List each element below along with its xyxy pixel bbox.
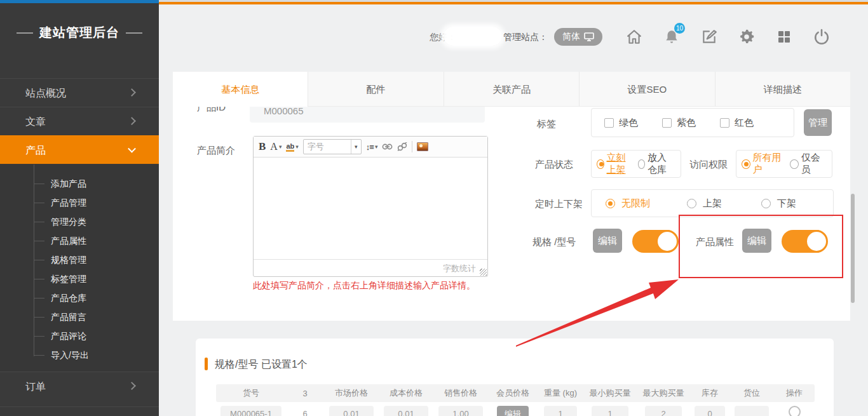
- radio-label-all-users: 所有用户: [753, 152, 787, 176]
- line-spacing-button[interactable]: ↕≡▾: [366, 142, 378, 152]
- radio-no-limit[interactable]: [606, 199, 615, 208]
- market-price-input[interactable]: 0.01: [329, 406, 374, 416]
- checkbox-green[interactable]: [604, 118, 614, 128]
- cost-price-input[interactable]: 0.01: [384, 406, 428, 416]
- submenu-label: 产品属性: [51, 236, 86, 246]
- settings-gear-icon[interactable]: [737, 27, 756, 46]
- member-price-edit-button[interactable]: 编辑: [497, 406, 529, 416]
- submenu-tag-manage[interactable]: 标签管理: [0, 269, 159, 288]
- submenu-label: 导入/导出: [51, 350, 89, 360]
- col-actions: 操作: [774, 387, 815, 399]
- sidebar-item-products[interactable]: 产品: [0, 135, 159, 164]
- submenu-label: 产品管理: [51, 198, 86, 208]
- checkbox-label-red: 红色: [735, 117, 754, 129]
- insert-image-button[interactable]: [417, 142, 428, 151]
- app-title-text: 建站管理后台: [39, 24, 119, 41]
- language-button[interactable]: 简体: [554, 28, 602, 46]
- radio-all-users[interactable]: [742, 159, 750, 169]
- tab-basic-info[interactable]: 基本信息: [173, 72, 308, 107]
- col-slot: 货位: [729, 387, 774, 399]
- bold-button[interactable]: B: [259, 140, 266, 153]
- edit-icon[interactable]: [700, 27, 719, 46]
- submenu-product-reviews[interactable]: 产品评论: [0, 326, 159, 346]
- insert-link-icon[interactable]: [382, 143, 393, 151]
- radio-label-members-only: 仅会员: [801, 152, 827, 176]
- checkbox-purple[interactable]: [662, 118, 672, 128]
- chevron-right-icon: [128, 117, 136, 125]
- caret-down-icon: ▾: [279, 144, 282, 150]
- checkbox-label-green: 绿色: [619, 117, 638, 129]
- radio-schedule-off[interactable]: [761, 199, 771, 208]
- tab-seo[interactable]: 设置SEO: [580, 72, 715, 107]
- submenu-spec-manage[interactable]: 规格管理: [0, 250, 159, 269]
- submenu-product-messages[interactable]: 产品留言: [0, 307, 159, 326]
- submenu-manage-category[interactable]: 管理分类: [0, 212, 159, 231]
- tab-detail-desc[interactable]: 详细描述: [715, 72, 850, 107]
- radio-to-warehouse[interactable]: [638, 159, 646, 169]
- stock-input[interactable]: 0: [695, 406, 725, 416]
- radio-label-to-warehouse: 放入仓库: [648, 152, 675, 176]
- submenu-label: 产品评论: [51, 331, 86, 341]
- radio-label-on-shelf: 立刻上架: [607, 152, 635, 176]
- slot-input[interactable]: [735, 406, 769, 416]
- checkbox-red[interactable]: [720, 118, 729, 128]
- max-buy-input[interactable]: 2: [645, 406, 682, 416]
- redacted-username: [444, 27, 502, 46]
- col-weight: 重量 (kg): [538, 387, 583, 399]
- tab-accessories[interactable]: 配件: [308, 72, 444, 107]
- title-dash-right: [126, 32, 142, 34]
- tab-related-products[interactable]: 关联产品: [444, 72, 580, 107]
- remove-row-icon[interactable]: [789, 406, 801, 416]
- product-status-group: 立刻上架 放入仓库: [591, 150, 681, 178]
- vertical-scrollbar-thumb[interactable]: [851, 194, 855, 303]
- col-member-price: 会员价格: [488, 387, 538, 399]
- resize-handle[interactable]: [480, 269, 487, 276]
- sidebar-item-site-overview[interactable]: 站点概况: [0, 78, 159, 107]
- caret-down-icon: ▾: [375, 144, 378, 150]
- font-color-button[interactable]: A▾: [270, 141, 281, 152]
- notifications-bell-icon[interactable]: 10: [662, 27, 681, 46]
- radio-schedule-on[interactable]: [687, 199, 696, 208]
- title-dash-left: [17, 32, 33, 34]
- spec-toggle-on[interactable]: [632, 230, 678, 253]
- sidebar-item-orders[interactable]: 订单: [0, 372, 159, 400]
- rich-text-editor: B A▾ ab▾ 字号 ▾ ↕≡▾ 字数统计: [253, 136, 488, 277]
- tag-checkbox-group: 绿色 紫色 红色: [591, 108, 794, 137]
- highlight-button[interactable]: ab▾: [286, 142, 298, 152]
- sidebar-item-articles[interactable]: 文章: [0, 107, 159, 135]
- weight-input[interactable]: 1: [544, 406, 577, 416]
- sidebar: 建站管理后台 站点概况 文章 产品 添加产品 产品管理 管理分类 产品属性 规格…: [0, 0, 159, 416]
- submenu-label: 规格管理: [51, 255, 86, 265]
- attr-edit-button[interactable]: 编辑: [742, 229, 771, 253]
- col-cost-price: 成本价格: [379, 387, 433, 399]
- sidebar-item-members[interactable]: 会员: [0, 406, 159, 416]
- chevron-right-icon: [128, 88, 136, 97]
- spec-section-title: 规格/型号 已设置1个: [215, 358, 308, 372]
- logout-power-icon[interactable]: [812, 27, 831, 46]
- min-buy-input[interactable]: 1: [592, 406, 628, 416]
- font-color-label: A: [270, 141, 278, 152]
- submenu-label: 管理分类: [51, 217, 86, 227]
- submenu-import-export[interactable]: 导入/导出: [0, 346, 159, 365]
- sku-input[interactable]: M000065-1: [220, 406, 281, 416]
- apps-grid-icon[interactable]: [775, 27, 794, 46]
- attr-toggle-on[interactable]: [782, 230, 827, 253]
- submenu-product-attrs[interactable]: 产品属性: [0, 231, 159, 250]
- toggle-knob: [805, 230, 828, 253]
- spec-edit-button[interactable]: 编辑: [593, 229, 622, 253]
- submenu-product-manage[interactable]: 产品管理: [0, 193, 159, 212]
- image-icon: [417, 142, 428, 151]
- manage-tags-button[interactable]: 管理: [804, 109, 832, 136]
- toolbar-separator: [412, 141, 412, 152]
- submenu-add-product[interactable]: 添加产品: [0, 174, 159, 193]
- editor-status-bar: 字数统计: [254, 259, 487, 276]
- radio-on-shelf[interactable]: [597, 159, 604, 169]
- home-icon[interactable]: [625, 27, 644, 46]
- product-intro-label: 产品简介: [197, 145, 235, 157]
- font-size-select[interactable]: 字号 ▾: [303, 139, 362, 154]
- radio-members-only[interactable]: [790, 159, 799, 169]
- sale-price-input[interactable]: 1.00: [438, 406, 483, 416]
- remove-link-icon[interactable]: [397, 142, 407, 151]
- editor-content-area[interactable]: [254, 158, 487, 259]
- submenu-product-warehouse[interactable]: 产品仓库: [0, 288, 159, 307]
